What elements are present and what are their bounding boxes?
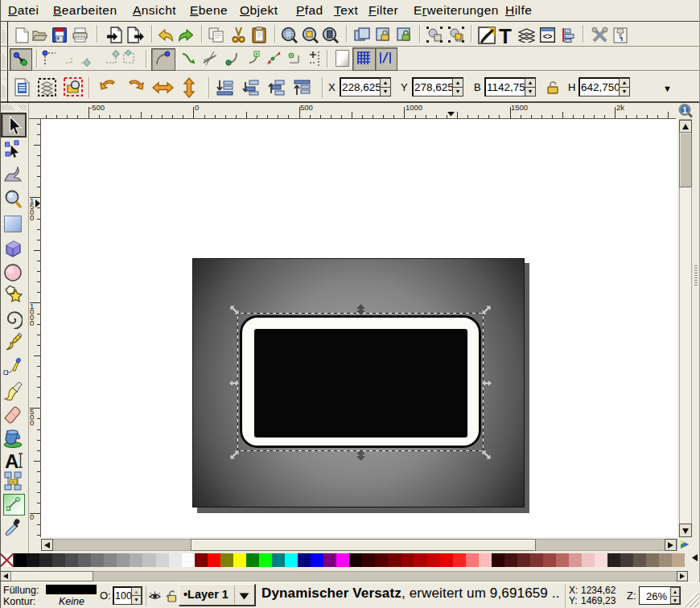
svg-text:1: 1 xyxy=(682,105,687,115)
svg-text:<>: <> xyxy=(543,32,553,41)
